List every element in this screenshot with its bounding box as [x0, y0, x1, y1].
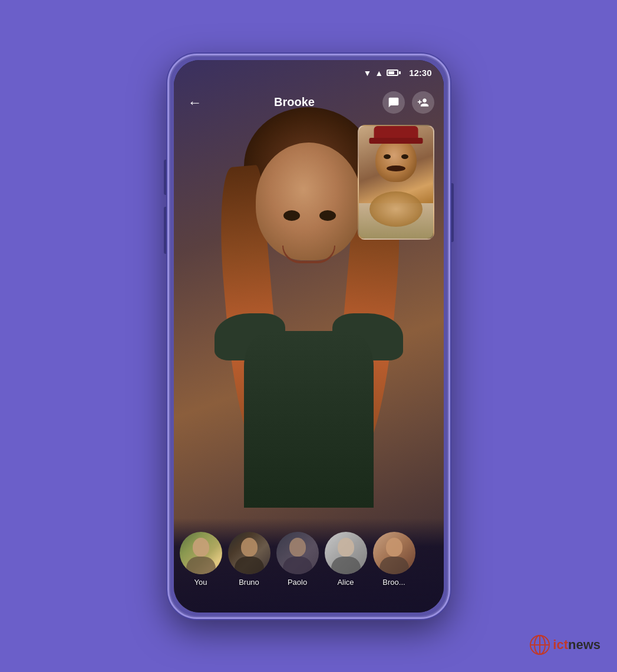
watermark-ict: ict — [553, 637, 568, 652]
avatar-body-brooke — [380, 557, 409, 574]
pip-head — [375, 138, 417, 182]
status-bar: ▼ ▲ 12:30 — [174, 60, 444, 86]
pip-eye-left — [384, 154, 391, 159]
participant-brooke[interactable]: Broo... — [373, 532, 415, 587]
call-actions — [382, 91, 434, 114]
participant-avatar-you — [180, 532, 222, 574]
wifi-icon: ▼ — [363, 68, 371, 78]
avatar-body-alice — [331, 557, 361, 574]
signal-icon: ▲ — [375, 68, 383, 78]
participant-avatar-paolo — [276, 532, 319, 574]
avatar-body-paolo — [283, 557, 312, 574]
participant-alice[interactable]: Alice — [325, 532, 367, 587]
participant-avatar-bruno — [228, 532, 270, 574]
brooke-eye-left — [319, 210, 336, 221]
avatar-head-alice — [338, 538, 354, 557]
phone-screen: ▼ ▲ 12:30 ← Brooke — [174, 60, 444, 613]
avatar-person-you — [180, 532, 222, 574]
caller-name: Brooke — [274, 95, 315, 109]
watermark-news: news — [568, 637, 600, 652]
self-video-pip[interactable] — [358, 125, 434, 240]
add-person-icon — [417, 97, 429, 108]
pip-dog — [369, 191, 423, 227]
avatar-person-paolo — [276, 532, 319, 574]
chat-button[interactable] — [382, 91, 405, 114]
battery-body — [387, 69, 398, 76]
brooke-smile — [282, 246, 335, 263]
battery-fill — [388, 71, 394, 74]
avatar-head-brooke — [386, 538, 402, 557]
avatar-person-alice — [325, 532, 367, 574]
participant-avatar-brooke — [373, 532, 415, 574]
avatar-head-you — [193, 538, 209, 557]
avatar-person-bruno — [228, 532, 270, 574]
call-top-bar: ← Brooke — [174, 86, 444, 119]
pip-hat — [374, 126, 418, 144]
participant-label-alice: Alice — [337, 578, 354, 587]
brooke-eye-right — [283, 210, 300, 221]
power-button — [451, 183, 454, 242]
pip-eye-right — [401, 154, 408, 159]
avatar-person-brooke — [373, 532, 415, 574]
status-icons: ▼ ▲ 12:30 — [363, 68, 431, 78]
participants-strip: You Bruno — [174, 518, 444, 613]
status-time: 12:30 — [409, 68, 431, 78]
watermark-label: ictnews — [553, 637, 600, 653]
battery-tip — [399, 71, 401, 74]
participant-bruno[interactable]: Bruno — [228, 532, 270, 587]
participant-paolo[interactable]: Paolo — [276, 532, 319, 587]
volume-button-up — [164, 160, 167, 195]
ict-news-logo-icon — [529, 634, 550, 656]
participant-avatar-alice — [325, 532, 367, 574]
volume-button-down — [164, 207, 167, 254]
pip-person-face — [372, 138, 420, 197]
avatar-body-you — [186, 557, 216, 574]
battery-icon — [387, 69, 401, 76]
participant-label-you: You — [194, 578, 207, 587]
phone-frame: ▼ ▲ 12:30 ← Brooke — [167, 54, 450, 619]
phone-device: ▼ ▲ 12:30 ← Brooke — [167, 54, 450, 619]
participant-label-paolo: Paolo — [288, 578, 307, 587]
avatar-head-bruno — [241, 538, 258, 557]
back-button[interactable]: ← — [183, 91, 207, 114]
avatar-body-bruno — [235, 557, 264, 574]
brooke-body — [244, 331, 374, 508]
participant-you[interactable]: You — [180, 532, 222, 587]
watermark: ictnews — [529, 634, 600, 656]
add-person-button[interactable] — [412, 91, 434, 114]
participant-label-brooke: Broo... — [382, 578, 405, 587]
chat-icon — [388, 97, 400, 108]
avatar-head-paolo — [289, 538, 306, 557]
participant-label-bruno: Bruno — [239, 578, 259, 587]
brooke-face-skin — [256, 143, 362, 260]
pip-mustache — [387, 165, 405, 171]
